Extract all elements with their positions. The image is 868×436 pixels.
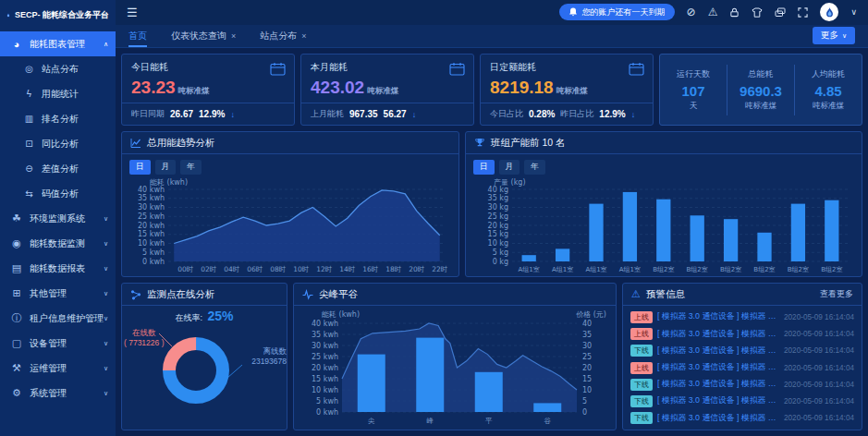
svg-text:B组2室: B组2室 bbox=[720, 266, 741, 273]
alert-row[interactable]: 下线 [ 模拟器 3.0 通信设备 ] 模拟器 3.0... 2020-05-0… bbox=[630, 378, 854, 392]
svg-text:价格 (元): 价格 (元) bbox=[575, 310, 606, 319]
trend-period-switch: 日 月 年 bbox=[129, 160, 451, 175]
notification-banner[interactable]: 您的账户还有一天到期 bbox=[559, 4, 675, 20]
chart-title: 尖峰平谷 bbox=[319, 288, 358, 301]
svg-text:25: 25 bbox=[582, 353, 592, 361]
svg-text:0 kwh: 0 kwh bbox=[142, 258, 165, 266]
device-icon: ▢ bbox=[9, 337, 24, 349]
bell-icon bbox=[568, 7, 578, 17]
alert-row[interactable]: 上线 [ 模拟器 3.0 通信设备 ] 模拟器 3.0... 2020-05-0… bbox=[630, 310, 854, 324]
sidebar-group-device-mgmt[interactable]: ▢ 设备管理 ∨ bbox=[0, 331, 116, 356]
theme-tshirt-icon[interactable] bbox=[752, 7, 763, 18]
tab-site-distribution[interactable]: 站点分布 × bbox=[260, 25, 306, 47]
bottom-row: 监测点在线分析 在线率: 25% 在线数 ( 7731226 ) 离线数 bbox=[121, 283, 862, 430]
sidebar-group-energy-charts[interactable]: ◕ 能耗图表管理 ∧ bbox=[0, 31, 116, 56]
status-badge: 下线 bbox=[630, 412, 653, 424]
calendar-quota-icon bbox=[629, 62, 644, 79]
svg-text:A组1室: A组1室 bbox=[519, 266, 540, 273]
svg-text:5 kwh: 5 kwh bbox=[316, 397, 338, 406]
svg-text:0: 0 bbox=[582, 408, 587, 417]
kpi-value: 23.23 bbox=[131, 78, 176, 97]
svg-text:B组2室: B组2室 bbox=[753, 266, 775, 273]
svg-text:40 kwh: 40 kwh bbox=[312, 320, 338, 328]
sidebar-item-energy-stats[interactable]: ϟ 用能统计 bbox=[0, 81, 116, 106]
tab-meter-status[interactable]: 仪表状态查询 × bbox=[171, 25, 236, 47]
period-year-button[interactable]: 年 bbox=[524, 160, 545, 175]
status-badge: 上线 bbox=[630, 328, 653, 340]
sidebar-item-diff-analysis[interactable]: ⊖ 差值分析 bbox=[0, 156, 116, 181]
chevron-down-icon: ∨ bbox=[104, 340, 108, 347]
sidebar-group-system-mgmt[interactable]: ⚙ 系统管理 ∨ bbox=[0, 381, 116, 406]
sidebar-item-ranking[interactable]: ▥ 排名分析 bbox=[0, 106, 116, 131]
user-avatar[interactable] bbox=[820, 3, 838, 21]
hamburger-menu-icon[interactable]: ☰ bbox=[127, 6, 138, 19]
tab-bar: 首页 仪表状态查询 × 站点分布 × 更多 ∨ bbox=[116, 25, 868, 48]
warning-icon[interactable]: ⚠ bbox=[708, 6, 718, 18]
app-root: SECP- 能耗综合业务平台 ◕ 能耗图表管理 ∧ ◎ 站点分布 ϟ 用能统计 … bbox=[0, 0, 868, 436]
svg-text:20 kg: 20 kg bbox=[488, 222, 508, 230]
svg-text:0 kg: 0 kg bbox=[493, 258, 508, 266]
pie-chart-icon: ◕ bbox=[9, 39, 24, 50]
alert-row[interactable]: 下线 [ 模拟器 3.0 通信设备 ] 模拟器 3.0... 2020-05-0… bbox=[630, 411, 854, 425]
svg-text:35 kg: 35 kg bbox=[488, 194, 508, 202]
svg-text:30 kwh: 30 kwh bbox=[312, 342, 338, 350]
svg-text:15: 15 bbox=[582, 375, 592, 383]
sidebar-group-other-mgmt[interactable]: ⊞ 其他管理 ∨ bbox=[0, 281, 116, 306]
svg-text:16时: 16时 bbox=[362, 265, 379, 273]
chevron-up-icon: ∧ bbox=[104, 41, 108, 48]
svg-text:谷: 谷 bbox=[544, 417, 552, 425]
svg-text:20: 20 bbox=[582, 364, 592, 372]
close-icon[interactable]: × bbox=[231, 31, 236, 41]
down-arrow-icon: ↓ bbox=[631, 110, 636, 119]
stats-panel: 运行天数 107 天 总能耗 9690.3 吨标准煤 人均能耗 4.85 吨标准… bbox=[659, 54, 862, 126]
chevron-down-icon: ∨ bbox=[104, 315, 108, 322]
svg-text:B组2室: B组2室 bbox=[653, 266, 674, 273]
images-icon[interactable] bbox=[775, 7, 786, 18]
app-logo[interactable]: SECP- 能耗综合业务平台 bbox=[0, 0, 116, 30]
svg-text:30: 30 bbox=[582, 342, 592, 350]
more-button[interactable]: 更多 ∨ bbox=[813, 27, 855, 44]
stat-total-energy: 总能耗 9690.3 吨标准煤 bbox=[727, 65, 794, 115]
alert-row[interactable]: 下线 [ 模拟器 3.0 通信设备 ] 模拟器 3.0... 2020-05-0… bbox=[630, 394, 854, 408]
report-icon: ▤ bbox=[9, 262, 24, 274]
tools-icon: ⚒ bbox=[9, 362, 24, 374]
sidebar-group-energy-reports[interactable]: ▤ 能耗数据报表 ∨ bbox=[0, 256, 116, 281]
svg-text:A组1室: A组1室 bbox=[552, 266, 573, 273]
chevron-down-icon[interactable]: ∨ bbox=[850, 7, 857, 17]
chart-title: 班组产能前 10 名 bbox=[491, 137, 566, 150]
tab-home[interactable]: 首页 bbox=[128, 25, 147, 47]
period-month-button[interactable]: 月 bbox=[155, 160, 177, 175]
shield-icon[interactable]: ⊘ bbox=[687, 6, 696, 18]
alert-row[interactable]: 下线 [ 模拟器 3.0 通信设备 ] 模拟器 3.0... 2020-05-0… bbox=[630, 344, 854, 357]
svg-text:35 kwh: 35 kwh bbox=[138, 194, 165, 202]
sidebar-item-yoy-analysis[interactable]: ⊡ 同比分析 bbox=[0, 131, 116, 156]
alert-row[interactable]: 上线 [ 模拟器 3.0 通信设备 ] 模拟器 3.0... 2020-05-0… bbox=[630, 327, 854, 341]
down-arrow-icon: ↓ bbox=[412, 110, 417, 119]
close-icon[interactable]: × bbox=[301, 31, 306, 41]
sidebar-group-ops-mgmt[interactable]: ⚒ 运维管理 ∨ bbox=[0, 356, 116, 381]
svg-text:15 kwh: 15 kwh bbox=[312, 375, 338, 383]
svg-text:20 kwh: 20 kwh bbox=[312, 364, 338, 372]
fullscreen-icon[interactable] bbox=[798, 7, 808, 18]
rank-chart-card: 班组产能前 10 名 日 月 年 0 kg5 kg10 kg15 kg20 kg… bbox=[465, 131, 862, 277]
svg-text:A组1室: A组1室 bbox=[619, 266, 641, 273]
sidebar-group-env-monitoring[interactable]: ☘ 环境监测系统 ∨ bbox=[0, 206, 116, 231]
sidebar-item-code-analysis[interactable]: ⇆ 码值分析 bbox=[0, 181, 116, 206]
chevron-down-icon: ∨ bbox=[104, 265, 108, 272]
sidebar-group-tenant-info[interactable]: ⓘ 租户信息维护管理 ∨ bbox=[0, 306, 116, 331]
info-icon: ⓘ bbox=[9, 311, 24, 325]
gear-icon: ⚙ bbox=[9, 387, 24, 399]
period-year-button[interactable]: 年 bbox=[180, 160, 202, 175]
alert-row[interactable]: 上线 [ 模拟器 3.0 通信设备 ] 模拟器 3.0... 2020-05-0… bbox=[630, 361, 854, 375]
period-day-button[interactable]: 日 bbox=[473, 160, 495, 175]
svg-text:18时: 18时 bbox=[385, 265, 402, 273]
svg-text:25 kg: 25 kg bbox=[488, 212, 508, 221]
sidebar-group-energy-monitoring[interactable]: ◉ 能耗数据监测 ∨ bbox=[0, 231, 116, 256]
sidebar-item-site-distribution[interactable]: ◎ 站点分布 bbox=[0, 56, 116, 81]
period-day-button[interactable]: 日 bbox=[129, 160, 151, 175]
view-more-link[interactable]: 查看更多 bbox=[820, 288, 853, 300]
svg-text:08时: 08时 bbox=[270, 265, 287, 273]
online-donut-card: 监测点在线分析 在线率: 25% 在线数 ( 7731226 ) 离线数 bbox=[121, 283, 287, 430]
lock-icon[interactable] bbox=[729, 7, 740, 18]
period-month-button[interactable]: 月 bbox=[499, 160, 520, 175]
